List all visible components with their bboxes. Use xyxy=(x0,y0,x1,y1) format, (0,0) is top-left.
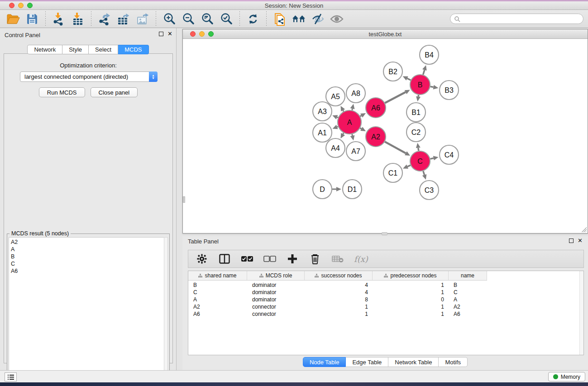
delete-columns-icon[interactable] xyxy=(309,252,321,266)
zoom-fit-icon[interactable] xyxy=(200,12,215,26)
delete-table-icon[interactable] xyxy=(331,252,344,266)
table-row[interactable]: A6connector11A6 xyxy=(188,310,583,318)
tab-mcds[interactable]: MCDS xyxy=(118,45,148,54)
export-network-icon[interactable] xyxy=(97,12,112,26)
zoom-selected-icon[interactable] xyxy=(219,12,234,26)
tab-node-table[interactable]: Node Table xyxy=(303,357,346,367)
column-header-name[interactable]: name xyxy=(449,271,487,281)
arrowhead-icon xyxy=(422,65,427,71)
edge-A-A8[interactable] xyxy=(352,109,353,110)
table-panel: Table Panel ✕ f(x) shared nameMCDS ro xyxy=(182,236,588,370)
network-zoom-button[interactable] xyxy=(208,31,214,37)
tab-edge-table[interactable]: Edge Table xyxy=(346,357,388,367)
tab-select[interactable]: Select xyxy=(89,45,118,54)
result-scrollbar[interactable] xyxy=(164,237,168,385)
import-table-icon[interactable] xyxy=(70,12,86,26)
refresh-icon[interactable] xyxy=(245,12,261,26)
tab-network[interactable]: Network xyxy=(27,45,62,54)
table-row[interactable]: Cdominator41C xyxy=(188,289,583,296)
edge-B-B3[interactable] xyxy=(430,86,434,87)
zoom-in-icon[interactable] xyxy=(162,12,177,26)
column-header-predecessor-nodes[interactable]: predecessor nodes xyxy=(373,271,449,281)
tab-network-table[interactable]: Network Table xyxy=(388,357,439,367)
tab-style[interactable]: Style xyxy=(62,45,89,54)
edge-B-B4[interactable] xyxy=(423,70,425,74)
node-label-A1: A1 xyxy=(318,129,327,137)
edge-C-C4[interactable] xyxy=(430,158,433,159)
edge-A-A6[interactable] xyxy=(360,115,362,116)
float-table-panel-icon[interactable] xyxy=(569,238,574,243)
table-scrollbar[interactable] xyxy=(579,271,583,355)
tab-motifs[interactable]: Motifs xyxy=(439,357,468,367)
edge-A-A2[interactable] xyxy=(360,128,362,129)
zoom-out-icon[interactable] xyxy=(181,12,196,26)
new-network-from-selection-icon[interactable] xyxy=(272,12,287,26)
float-panel-icon[interactable] xyxy=(159,32,163,36)
search-field[interactable] xyxy=(450,14,583,24)
criterion-dropdown[interactable]: largest connected component (directed) ▲… xyxy=(20,71,158,82)
canvas-edge-grip[interactable] xyxy=(183,196,185,203)
edge-A-A5[interactable] xyxy=(343,110,344,112)
column-header-shared-name[interactable]: shared name xyxy=(188,271,247,281)
result-item[interactable]: B xyxy=(11,253,164,260)
edge-C-C2[interactable] xyxy=(418,148,419,151)
edge-C-C3[interactable] xyxy=(423,171,425,175)
edge-A-A7[interactable] xyxy=(352,134,353,135)
result-item[interactable]: A2 xyxy=(11,238,164,246)
edge-B-B2[interactable] xyxy=(407,78,411,80)
close-panel-icon[interactable]: ✕ xyxy=(167,32,172,36)
network-graph[interactable]: AA1A2A3A4A5A6A7A8BB1B2B3B4CC1C2C3C4DD1 xyxy=(183,39,588,233)
table-options-icon[interactable] xyxy=(196,252,208,266)
result-item[interactable]: A xyxy=(11,246,164,253)
show-columns-icon[interactable] xyxy=(218,252,231,266)
export-table-icon[interactable] xyxy=(116,12,131,26)
create-column-icon[interactable] xyxy=(286,252,299,266)
column-hierarchy-icon xyxy=(315,274,319,278)
minimize-window-button[interactable] xyxy=(18,3,24,8)
table-row[interactable]: Adominator80A xyxy=(188,296,583,303)
table-row[interactable]: A2connector11A2 xyxy=(188,303,583,310)
mcds-result-list[interactable]: A2ABCA6 xyxy=(9,237,164,385)
network-window-titlebar[interactable]: testGlobe.txt xyxy=(183,29,588,39)
edge-A-A3[interactable] xyxy=(337,117,338,118)
edge-A-A1[interactable] xyxy=(337,127,338,127)
cell-predecessor-nodes: 1 xyxy=(373,310,449,318)
open-file-icon[interactable] xyxy=(5,12,21,26)
node-table[interactable]: shared nameMCDS rolesuccessor nodesprede… xyxy=(188,271,584,355)
close-panel-button[interactable]: Close panel xyxy=(91,87,138,97)
window-resize-grip[interactable] xyxy=(581,226,587,232)
edge-A-A4[interactable] xyxy=(343,133,344,134)
search-input[interactable] xyxy=(460,16,576,22)
network-minimize-button[interactable] xyxy=(199,31,205,37)
import-network-icon[interactable] xyxy=(51,12,67,26)
export-image-icon[interactable] xyxy=(135,12,150,26)
split-pane-handle[interactable] xyxy=(382,232,387,235)
select-all-check-icon[interactable] xyxy=(241,252,253,266)
result-item[interactable]: A6 xyxy=(11,267,164,275)
first-neighbors-icon[interactable] xyxy=(291,12,306,26)
hide-selected-icon[interactable] xyxy=(310,12,325,26)
node-label-D1: D1 xyxy=(348,186,357,193)
network-view-window: testGlobe.txt AA1A2A3A4A5A6A7A8BB1B2B3B4… xyxy=(182,29,588,234)
memory-button[interactable]: Memory xyxy=(548,372,585,381)
memory-status-icon xyxy=(553,374,558,379)
zoom-window-button[interactable] xyxy=(27,3,33,8)
close-table-panel-icon[interactable]: ✕ xyxy=(578,238,583,243)
result-item[interactable]: C xyxy=(11,260,164,267)
edge-A6-B[interactable] xyxy=(385,92,406,103)
close-window-button[interactable] xyxy=(9,3,14,8)
deselect-all-icon[interactable] xyxy=(263,252,276,266)
save-session-icon[interactable] xyxy=(24,12,40,26)
task-history-button[interactable] xyxy=(5,372,17,381)
show-all-icon[interactable] xyxy=(329,12,344,26)
column-header-MCDS-role[interactable]: MCDS role xyxy=(247,271,305,281)
edge-B-B1[interactable] xyxy=(418,95,419,97)
network-canvas[interactable]: AA1A2A3A4A5A6A7A8BB1B2B3B4CC1C2C3C4DD1 xyxy=(183,39,588,233)
edge-C-C1[interactable] xyxy=(407,165,411,167)
column-header-successor-nodes[interactable]: successor nodes xyxy=(305,271,373,281)
table-row[interactable]: Bdominator41B xyxy=(188,281,583,289)
network-close-button[interactable] xyxy=(190,31,196,37)
run-mcds-button[interactable]: Run MCDS xyxy=(39,87,85,97)
function-builder-icon[interactable]: f(x) xyxy=(354,254,368,264)
edge-A2-C[interactable] xyxy=(385,142,406,153)
